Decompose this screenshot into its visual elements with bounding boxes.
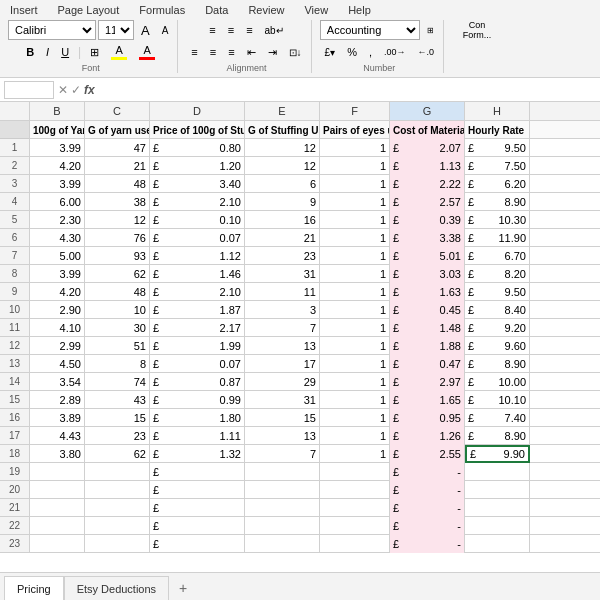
col-header-c[interactable]: C [85, 102, 150, 120]
tab-review[interactable]: Review [242, 2, 290, 18]
number-section: Accounting ⊞ £▾ % , .00→ ←.0 Number [316, 20, 444, 73]
merge-btn[interactable]: ⊡↓ [284, 42, 307, 62]
col-header-e[interactable]: E [245, 102, 320, 120]
header-d[interactable]: Price of 100g of Stuffing [150, 121, 245, 139]
tab-data[interactable]: Data [199, 2, 234, 18]
table-row[interactable]: 4.508£0.07171£0.47£8.90 [30, 355, 600, 373]
table-row[interactable]: 3.8062£1.3271£2.55£9.90 [30, 445, 600, 463]
sheet-tab-etsy[interactable]: Etsy Deductions [64, 576, 169, 600]
header-h[interactable]: Hourly Rate [465, 121, 530, 139]
number-format-select[interactable]: Accounting [320, 20, 420, 40]
col-header-f[interactable]: F [320, 102, 390, 120]
header-f[interactable]: Pairs of eyes used [320, 121, 390, 139]
row-header-20: 20 [0, 481, 29, 499]
align-left-btn[interactable]: ≡ [186, 42, 202, 62]
data-rows: 3.9947£0.80121£2.07£9.504.2021£1.20121£1… [30, 139, 600, 553]
col-header-d[interactable]: D [150, 102, 245, 120]
table-row[interactable]: 3.9947£0.80121£2.07£9.50 [30, 139, 600, 157]
border-btn[interactable]: ⊞ [85, 42, 104, 62]
cell-reference-input[interactable] [4, 81, 54, 99]
ribbon-tabs-row: Insert Page Layout Formulas Data Review … [4, 2, 596, 20]
number-section-label: Number [363, 63, 395, 73]
increase-font-btn[interactable]: A [136, 20, 155, 40]
corner-cell [0, 102, 30, 120]
currency-btn[interactable]: £▾ [320, 42, 341, 62]
alignment-section-label: Alignment [226, 63, 266, 73]
table-row[interactable]: ££- [30, 481, 600, 499]
align-controls-bottom: ≡ ≡ ≡ ⇤ ⇥ ⊡↓ [186, 42, 306, 62]
row-header-1: 1 [0, 139, 29, 157]
fx-icon[interactable]: fx [84, 83, 95, 97]
ribbon-controls-row: Calibri 11 A A B I U | ⊞ A [4, 20, 596, 73]
tab-page-layout[interactable]: Page Layout [52, 2, 126, 18]
table-row[interactable]: 4.3076£0.07211£3.38£11.90 [30, 229, 600, 247]
decimal-increase-btn[interactable]: .00→ [379, 42, 411, 62]
table-row[interactable]: 5.0093£1.12231£5.01£6.70 [30, 247, 600, 265]
decimal-decrease-btn[interactable]: ←.0 [413, 42, 440, 62]
table-row[interactable]: 3.9962£1.46311£3.03£8.20 [30, 265, 600, 283]
font-size-select[interactable]: 11 [98, 20, 134, 40]
table-row[interactable]: 4.2021£1.20121£1.13£7.50 [30, 157, 600, 175]
row-header-3: 3 [0, 175, 29, 193]
table-row[interactable]: 4.4323£1.11131£1.26£8.90 [30, 427, 600, 445]
header-c[interactable]: G of yarn used [85, 121, 150, 139]
font-name-select[interactable]: Calibri [8, 20, 96, 40]
add-sheet-btn[interactable]: + [173, 578, 193, 598]
align-top-left-btn[interactable]: ≡ [204, 20, 220, 40]
table-row[interactable]: ££- [30, 499, 600, 517]
table-row[interactable]: ££- [30, 517, 600, 535]
italic-btn[interactable]: I [41, 42, 54, 62]
col-header-g[interactable]: G [390, 102, 465, 120]
col-header-h[interactable]: H [465, 102, 530, 120]
table-row[interactable]: 2.9010£1.8731£0.45£8.40 [30, 301, 600, 319]
row-header-5: 5 [0, 211, 29, 229]
number-format-expand[interactable]: ⊞ [422, 20, 439, 40]
table-row[interactable]: 2.9951£1.99131£1.88£9.60 [30, 337, 600, 355]
table-row[interactable]: 3.5474£0.87291£2.97£10.00 [30, 373, 600, 391]
table-row[interactable]: 2.3012£0.10161£0.39£10.30 [30, 211, 600, 229]
tab-help[interactable]: Help [342, 2, 377, 18]
font-color-btn[interactable]: A [134, 42, 160, 62]
sheet-tab-pricing[interactable]: Pricing [4, 576, 64, 600]
header-b[interactable]: 100g of Yarn [30, 121, 85, 139]
table-row[interactable]: ££- [30, 535, 600, 553]
table-row[interactable]: 4.1030£2.1771£1.48£9.20 [30, 319, 600, 337]
percent-btn[interactable]: % [342, 42, 362, 62]
row-header-14: 14 [0, 373, 29, 391]
fill-color-btn[interactable]: A [106, 42, 132, 62]
cancel-icon[interactable]: ✕ [58, 83, 68, 97]
table-row[interactable]: 4.2048£2.10111£1.63£9.50 [30, 283, 600, 301]
alignment-section: ≡ ≡ ≡ ab↵ ≡ ≡ ≡ ⇤ ⇥ ⊡↓ Alignment [182, 20, 311, 73]
row-header-4: 4 [0, 193, 29, 211]
formula-input[interactable] [99, 84, 596, 96]
indent-decrease-btn[interactable]: ⇤ [242, 42, 261, 62]
table-row[interactable]: 2.8943£0.99311£1.65£10.10 [30, 391, 600, 409]
header-e[interactable]: G of Stuffing Used [245, 121, 320, 139]
table-row[interactable]: 3.8915£1.80151£0.95£7.40 [30, 409, 600, 427]
header-g[interactable]: Cost of Materials [390, 121, 465, 139]
wrap-text-btn[interactable]: ab↵ [260, 20, 289, 40]
comma-btn[interactable]: , [364, 42, 377, 62]
spreadsheet: B C D E F G H 1 2 3 4 5 6 7 8 9 10 [0, 102, 600, 553]
tab-formulas[interactable]: Formulas [133, 2, 191, 18]
decrease-font-btn[interactable]: A [157, 20, 174, 40]
col-header-b[interactable]: B [30, 102, 85, 120]
table-body: 1 2 3 4 5 6 7 8 9 10 11 12 13 14 15 16 1… [0, 121, 600, 553]
conditional-format-btn[interactable]: ConForm... [452, 20, 502, 40]
number-controls-bottom: £▾ % , .00→ ←.0 [320, 42, 439, 62]
bold-btn[interactable]: B [21, 42, 39, 62]
align-right-btn[interactable]: ≡ [223, 42, 239, 62]
tab-insert[interactable]: Insert [4, 2, 44, 18]
table-row[interactable]: ££- [30, 463, 600, 481]
tab-view[interactable]: View [298, 2, 334, 18]
indent-increase-btn[interactable]: ⇥ [263, 42, 282, 62]
row-header-9: 9 [0, 283, 29, 301]
confirm-icon[interactable]: ✓ [71, 83, 81, 97]
ribbon: Insert Page Layout Formulas Data Review … [0, 0, 600, 78]
underline-btn[interactable]: U [56, 42, 74, 62]
align-top-center-btn[interactable]: ≡ [223, 20, 239, 40]
align-top-right-btn[interactable]: ≡ [241, 20, 257, 40]
table-row[interactable]: 3.9948£3.4061£2.22£6.20 [30, 175, 600, 193]
table-row[interactable]: 6.0038£2.1091£2.57£8.90 [30, 193, 600, 211]
align-center-btn[interactable]: ≡ [205, 42, 221, 62]
